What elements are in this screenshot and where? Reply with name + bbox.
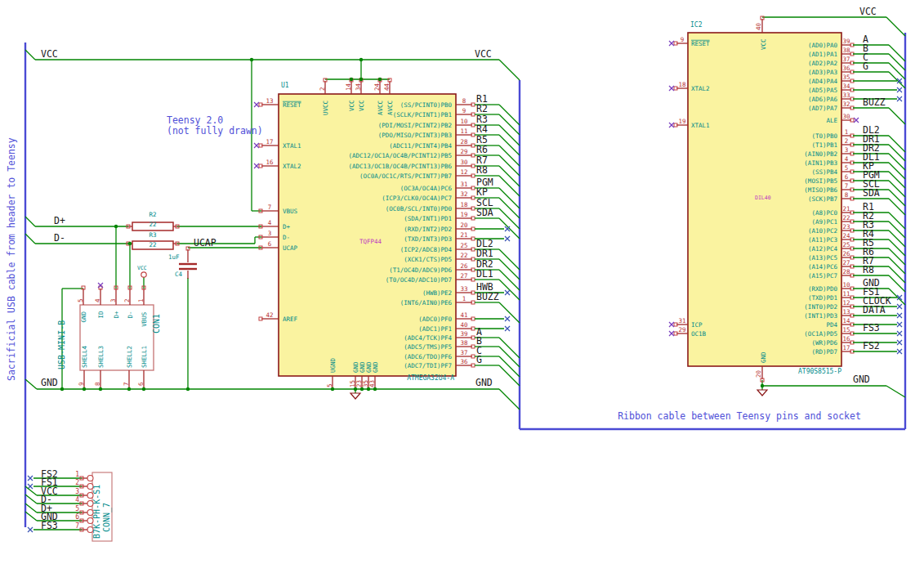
pin-name: SHELL3	[97, 346, 105, 368]
pin-name: UCAP	[283, 244, 298, 252]
bus-entry	[889, 190, 905, 206]
con1-ref: CON1	[152, 314, 162, 333]
net-label-vcc-u1: VCC	[475, 49, 492, 60]
pin-text: 1	[75, 471, 79, 478]
pin-text: 18	[460, 201, 468, 208]
pin-name: AVCC	[386, 101, 394, 115]
pin-name: VCC	[348, 100, 355, 111]
bus-entry	[889, 181, 905, 197]
bus-entry	[499, 259, 520, 280]
bus-entry	[499, 365, 520, 386]
pin-text: 32	[460, 190, 467, 198]
bus-entry	[889, 172, 905, 188]
pin-name: (ICP2/ADC8)PD4	[400, 246, 453, 253]
pin-name: (SS)PB4	[811, 168, 837, 176]
bus-entry	[499, 105, 520, 125]
pin-text: 7	[268, 204, 272, 211]
pin-text: 10	[842, 281, 850, 289]
net-label-vcc-ic2: VCC	[859, 7, 877, 17]
gnd-symbol-ic on	[757, 390, 767, 396]
pin-name: (AIN1)PB3	[804, 159, 837, 167]
pin-text: 5	[77, 298, 84, 302]
junction-dot	[83, 387, 86, 391]
pin-text: 31	[678, 317, 685, 325]
net-label: R6	[476, 144, 488, 155]
net-label-gnd-left: GND	[41, 378, 58, 388]
pin-text: 20	[460, 222, 468, 229]
pin-name: (T0)PB0	[811, 132, 837, 140]
pin-name: (OC1A)PD5	[804, 330, 837, 338]
pin-name: (AD6)PA6	[808, 96, 838, 103]
pin-name: XTAL2	[691, 85, 710, 92]
pin-name: VCC	[760, 38, 767, 50]
pin-text: 44	[383, 83, 391, 91]
pin-name: XTAL1	[283, 142, 301, 150]
pin-text: 20	[755, 369, 762, 378]
pin-name: ICP	[691, 321, 703, 329]
pin-text: 22	[460, 252, 467, 259]
pin-name: (ADC1)PF1	[418, 325, 452, 333]
net-label: R4	[476, 123, 488, 135]
pin-text: 14	[842, 317, 850, 325]
conn7-value: B7K-PH-K-S1	[92, 485, 102, 539]
junction-dot	[359, 58, 363, 61]
pin-name: (PDI/MOSI/PCINT2)PB2	[378, 122, 452, 129]
r3-ref: R3	[132, 232, 173, 239]
bus-entry	[499, 208, 520, 229]
pin-text: 37	[842, 56, 850, 63]
pin-text: 23	[842, 223, 850, 231]
pin-name: (OC0A/OC1C/RTS/PCINT7)PB7	[359, 172, 452, 180]
pin-name: VCC	[358, 100, 365, 111]
bus-entry	[499, 166, 520, 186]
net-label: SDA	[476, 207, 493, 218]
net-label-ucap: UCAP	[194, 238, 216, 248]
pin-text: 18	[678, 81, 686, 88]
pin-text: 34	[355, 83, 362, 91]
pin-name: (AD2)PA2	[808, 60, 837, 67]
pin-text: 4	[268, 219, 272, 226]
pin-text: 16	[266, 159, 274, 166]
pin-text: 26	[460, 262, 468, 270]
pin-name: (WR)PD6	[811, 339, 837, 347]
schematic-canvas: 8(SS/PCINT0)PB0R19(SCLK/PCINT1)PB1R210(P…	[0, 0, 924, 564]
bus-entry	[889, 257, 905, 274]
wire	[25, 217, 35, 226]
pin-text: 33	[842, 92, 850, 99]
pin-name: RESET	[283, 101, 301, 109]
pin-name: (SS/PCINT0)PB0	[400, 101, 453, 109]
pin-text: 6	[75, 513, 79, 521]
pin-name: SHELL4	[81, 345, 88, 368]
wire	[886, 17, 905, 36]
pin-name: RESET	[691, 40, 710, 47]
pin-name: OC1B	[691, 330, 707, 338]
u1-package: TQFP44	[359, 239, 382, 246]
con1-value: USB-MINI-B	[57, 320, 67, 369]
pin-name: UGND	[329, 357, 337, 373]
junction-dot	[142, 387, 145, 391]
pin-text: 21	[460, 231, 467, 239]
pin-name: (INT1)PD3	[804, 312, 837, 320]
pin-name: (AD7)PA7	[808, 105, 837, 112]
junction-dot	[359, 78, 363, 81]
pin-name: (T1/OC4D/ADC9)PD6	[389, 266, 452, 274]
pin-text: 10	[460, 118, 468, 125]
pin-text: 2	[75, 479, 79, 486]
bus-entry	[499, 270, 520, 290]
ic2-ref: IC2	[690, 21, 702, 29]
pin-name: (A15)PC7	[808, 272, 837, 280]
pin-text: 2	[845, 137, 849, 145]
bus-entry	[889, 72, 905, 88]
bus-entry	[889, 222, 905, 238]
pin-text: 29	[460, 148, 467, 155]
pin-name: SHELL2	[126, 346, 133, 368]
c4-ref: C4	[175, 271, 182, 279]
junction-dot	[60, 387, 64, 391]
pin-text: 33	[460, 285, 467, 293]
net-label: G	[863, 60, 868, 72]
ic2-value: AT90S8515-P	[768, 368, 841, 375]
pin-name: (A9)PC1	[811, 218, 837, 226]
pin-name: (ADC7/TDI)PF7	[404, 362, 452, 369]
junction-dot	[250, 58, 253, 61]
pin-text: 22	[842, 214, 850, 222]
pin-text: 17	[266, 138, 273, 145]
